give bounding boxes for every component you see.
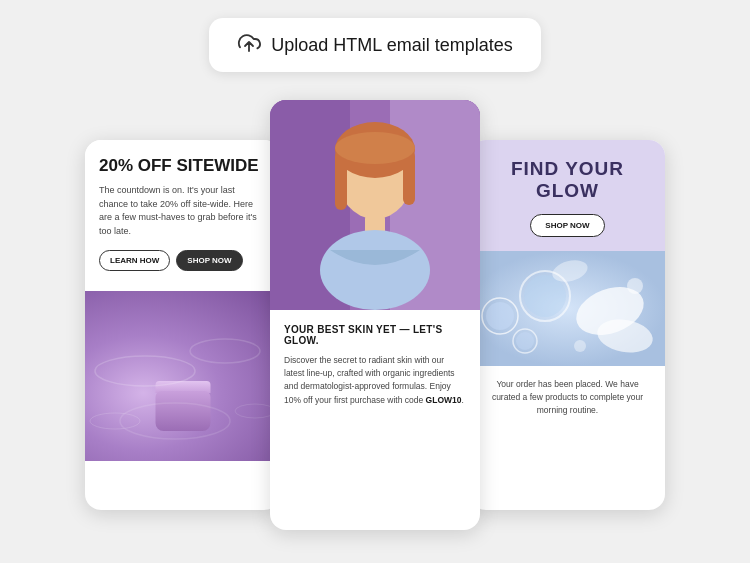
shop-now-button-right[interactable]: SHOP NOW xyxy=(530,214,604,237)
svg-point-2 xyxy=(120,403,230,439)
svg-point-0 xyxy=(95,356,195,386)
learn-how-button[interactable]: LEARN HOW xyxy=(99,250,170,271)
card-glow-title-line1: FIND YOUR xyxy=(511,158,624,179)
svg-point-21 xyxy=(524,275,566,317)
svg-point-1 xyxy=(190,339,260,363)
svg-point-4 xyxy=(235,404,275,418)
upload-cloud-icon xyxy=(237,32,261,58)
card-glow-title-line2: GLOW xyxy=(536,180,599,201)
cards-container: 20% OFF SITEWIDE The countdown is on. It… xyxy=(0,100,750,530)
svg-point-13 xyxy=(335,132,415,164)
card-discount-content: 20% OFF SITEWIDE The countdown is on. It… xyxy=(85,140,280,291)
card-discount: 20% OFF SITEWIDE The countdown is on. It… xyxy=(85,140,280,510)
svg-rect-11 xyxy=(335,150,347,210)
card-skin-image xyxy=(270,100,480,310)
card-glow-top: FIND YOUR GLOW SHOP NOW xyxy=(470,140,665,251)
svg-point-15 xyxy=(320,230,430,310)
person-svg xyxy=(270,100,480,310)
card-skin: YOUR BEST SKIN YET — LET'S GLOW. Discove… xyxy=(270,100,480,530)
svg-point-23 xyxy=(516,332,534,350)
shop-now-button-left[interactable]: SHOP NOW xyxy=(176,250,242,271)
svg-point-26 xyxy=(627,278,643,294)
card-glow-bottom-text: Your order has been placed. We have cura… xyxy=(482,378,653,418)
bubbles-svg xyxy=(470,251,665,366)
card-skin-title: YOUR BEST SKIN YET — LET'S GLOW. xyxy=(284,324,466,346)
upload-banner-text: Upload HTML email templates xyxy=(271,35,512,56)
card-skin-desc-suffix: . xyxy=(462,395,464,405)
card-skin-code: GLOW10 xyxy=(426,395,462,405)
card-skin-desc: Discover the secret to radiant skin with… xyxy=(284,354,466,407)
svg-point-3 xyxy=(90,413,140,429)
svg-point-19 xyxy=(486,302,514,330)
upload-banner: Upload HTML email templates xyxy=(209,18,540,72)
card-glow: FIND YOUR GLOW SHOP NOW xyxy=(470,140,665,510)
card-skin-body: YOUR BEST SKIN YET — LET'S GLOW. Discove… xyxy=(270,310,480,423)
card-glow-bottom: Your order has been placed. We have cura… xyxy=(470,366,665,430)
svg-point-27 xyxy=(574,340,586,352)
card-discount-desc: The countdown is on. It's your last chan… xyxy=(99,184,266,238)
card-discount-title: 20% OFF SITEWIDE xyxy=(99,156,266,176)
card-discount-image xyxy=(85,291,280,461)
card-discount-buttons: LEARN HOW SHOP NOW xyxy=(99,250,266,271)
ripple-svg xyxy=(85,291,280,461)
card-glow-image xyxy=(470,251,665,366)
card-glow-title: FIND YOUR GLOW xyxy=(484,158,651,202)
